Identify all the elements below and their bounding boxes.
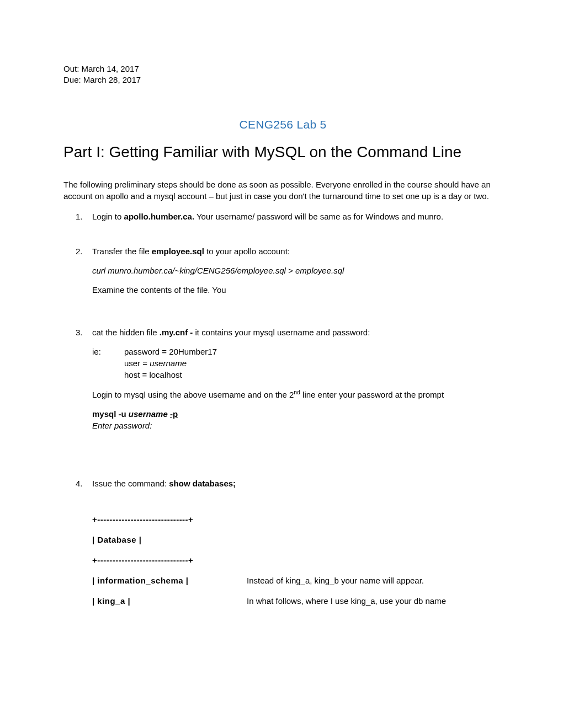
config-line: ie:password = 20Humber17 xyxy=(92,346,502,357)
step-number: 3. xyxy=(76,326,83,338)
text: Issue the command: xyxy=(92,479,169,488)
text: Examine the contents of the file. You xyxy=(92,284,502,296)
host-name: apollo.humber.ca. xyxy=(124,212,195,221)
filename: employee.sql xyxy=(152,247,204,256)
step-number: 4. xyxy=(76,478,83,489)
login-instruction: Login to mysql using the above username … xyxy=(92,388,502,400)
mysql-command: mysql -u username -p xyxy=(92,408,502,420)
sql-command: show databases; xyxy=(169,479,236,488)
steps-list: 1. Login to apollo.humber.ca. Your usern… xyxy=(63,211,502,607)
intro-paragraph: The following preliminary steps should b… xyxy=(63,179,502,202)
step-2: 2. Transfer the file employee.sql to you… xyxy=(76,245,502,319)
step-3: 3. cat the hidden file .my.cnf - it cont… xyxy=(76,326,502,470)
db-output-row: | king_a | In what follows, where I use … xyxy=(92,595,502,607)
step-number: 1. xyxy=(76,211,83,222)
db-output-row: | Database | xyxy=(92,534,502,545)
note: Instead of king_a, king_b your name will… xyxy=(247,575,502,586)
filename: .my.cnf - xyxy=(160,328,193,337)
text: Transfer the file xyxy=(92,247,152,256)
part-title: Part I: Getting Familiar with MySQL on t… xyxy=(63,143,502,161)
db-output-row: +------------------------------+ xyxy=(92,513,502,525)
text: it contains your mysql username and pass… xyxy=(193,328,370,337)
due-date: Due: March 28, 2017 xyxy=(63,74,502,85)
db-output-row: | information_schema | Instead of king_a… xyxy=(92,575,502,586)
text: Your username/ password will be same as … xyxy=(194,212,443,221)
db-output-row: +------------------------------+ xyxy=(92,554,502,566)
password-prompt: Enter password: xyxy=(92,420,502,431)
curl-command: curl munro.humber.ca/~king/CENG256/emplo… xyxy=(92,265,502,276)
step-1: 1. Login to apollo.humber.ca. Your usern… xyxy=(76,211,502,238)
config-line: user = username xyxy=(92,357,502,369)
out-date: Out: March 14, 2017 xyxy=(63,63,502,74)
step-number: 2. xyxy=(76,245,83,257)
note: In what follows, where I use king_a, use… xyxy=(247,595,502,607)
document-title: CENG256 Lab 5 xyxy=(63,118,502,131)
config-line: host = localhost xyxy=(92,369,502,381)
text: to your apollo account: xyxy=(204,247,290,256)
text: Login to xyxy=(92,212,124,221)
step-4: 4. Issue the command: show databases; +-… xyxy=(76,478,502,607)
text: cat the hidden file xyxy=(92,328,160,337)
